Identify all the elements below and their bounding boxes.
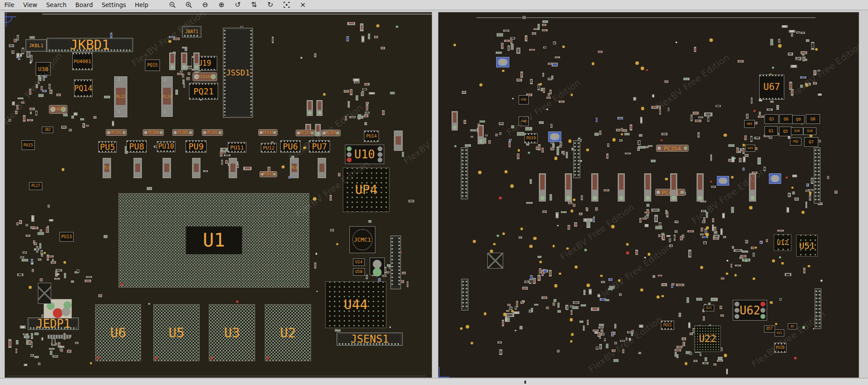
tant[interactable] (749, 173, 756, 202)
rotate-cw-icon[interactable]: ↻ (267, 1, 274, 9)
component-pc368[interactable]: PC368 (143, 129, 164, 136)
conn[interactable] (815, 288, 821, 329)
component-u51[interactable]: U51 (796, 235, 818, 257)
padv[interactable] (394, 131, 403, 151)
tant[interactable] (193, 52, 200, 70)
component-dc3[interactable]: DC3 (496, 57, 509, 67)
component-pu15[interactable]: PU15 (22, 140, 35, 150)
component-q1[interactable]: Q1 (764, 126, 778, 136)
component-pu19[interactable]: PU19 (524, 133, 538, 143)
component-pu8[interactable]: PU8 (126, 140, 147, 153)
component-dc2[interactable]: DC2 (717, 176, 729, 186)
component-pu21[interactable]: PU21 (661, 321, 674, 330)
component-q2[interactable]: Q2 (788, 323, 797, 329)
flip-vertical-icon[interactable]: ⇅ (250, 1, 258, 9)
component-pl8[interactable]: PL8 (290, 158, 299, 178)
component-u67[interactable]: U67 (759, 75, 784, 100)
menu-help[interactable]: Help (130, 0, 153, 10)
component-pl9[interactable]: PL9 (103, 158, 111, 178)
close-icon[interactable]: × (299, 1, 307, 9)
tant[interactable] (697, 173, 704, 202)
component-q7[interactable]: Q7 (804, 137, 818, 147)
zoom-out-icon[interactable] (169, 1, 176, 9)
component-dc1[interactable]: DC1 (769, 173, 781, 184)
tant[interactable] (315, 124, 321, 136)
rotate-ccw-icon[interactable]: ↺ (234, 1, 241, 9)
component-jsens1[interactable]: JSENS1 (337, 333, 403, 346)
component-pu11[interactable]: PU11 (228, 142, 246, 153)
menu-view[interactable]: View (19, 0, 42, 10)
conn[interactable] (814, 147, 820, 204)
component-pu12[interactable]: PU12 (261, 143, 277, 153)
xbox[interactable] (38, 283, 51, 304)
component-u58[interactable]: U58 (353, 268, 365, 276)
component-pc434[interactable]: PC434 (258, 129, 278, 136)
component-u2[interactable]: U2 (265, 304, 311, 361)
component-u10[interactable]: U10 (345, 145, 384, 164)
component-pc354[interactable]: PC354 (656, 145, 689, 152)
tant[interactable] (670, 173, 677, 202)
conn[interactable] (390, 235, 401, 289)
menu-search[interactable]: Search (42, 0, 71, 10)
conn[interactable] (461, 279, 468, 310)
tant[interactable] (452, 111, 458, 131)
component-pc385[interactable]: PC385 (172, 129, 193, 136)
tant[interactable] (181, 52, 187, 70)
component-u21[interactable]: U21 (775, 329, 784, 336)
component-u44[interactable]: U44 (325, 281, 386, 328)
component-jbat1[interactable]: JBAT1 (182, 26, 201, 37)
padv[interactable] (134, 158, 142, 178)
component-q11[interactable]: Q11 (704, 305, 714, 311)
tant[interactable] (478, 125, 484, 144)
minus-circle-icon[interactable]: ⊖ (201, 1, 209, 9)
component-q9[interactable]: Q9 (792, 115, 805, 124)
conn[interactable] (573, 140, 580, 178)
component-u12[interactable]: U12 (774, 234, 791, 251)
board-view-bottom[interactable]: U67Q3Q6Q9Q8Q1Q5Q16Q10PQ2Q7U63U41PC354PC4… (438, 12, 859, 378)
component-pu20[interactable]: PU20 (774, 343, 786, 353)
component-pq14[interactable]: PQ14 (74, 79, 93, 97)
component-u6[interactable]: U6 (95, 304, 141, 361)
component-pq2[interactable]: PQ2 (790, 138, 801, 146)
center-focus-icon[interactable] (283, 1, 290, 9)
tant[interactable] (539, 173, 546, 202)
padv[interactable] (229, 158, 237, 178)
component-u5[interactable]: U5 (153, 304, 200, 361)
component-jedp1[interactable]: JEDP1 (28, 318, 79, 330)
component-q5[interactable]: Q5 (779, 127, 792, 136)
tant[interactable] (644, 173, 651, 202)
component-u1[interactable]: U1 (119, 193, 309, 288)
component-pc4343[interactable]: PC4343 (193, 72, 217, 81)
component-dc4[interactable]: DC4 (548, 131, 561, 142)
tant[interactable] (169, 52, 175, 70)
component-pl17[interactable]: PL17 (29, 182, 42, 190)
tant[interactable] (316, 100, 323, 116)
component-u62[interactable]: U62 (733, 300, 767, 321)
tant[interactable] (307, 100, 313, 116)
component-pc615[interactable]: PC615 (260, 171, 277, 177)
component-u3[interactable]: U3 (209, 304, 255, 361)
component-q8[interactable]: Q8 (806, 114, 820, 124)
component-u22[interactable]: U22 (694, 325, 721, 352)
component-q10[interactable]: Q10 (803, 127, 816, 135)
tant[interactable] (618, 173, 625, 202)
component-jkbd1[interactable]: JKBD1 (47, 38, 133, 52)
component-pl22[interactable]: PL22 (114, 76, 127, 117)
component-pc341[interactable]: PC341 (106, 129, 127, 136)
component-pc369[interactable]: PC369 (321, 130, 341, 136)
component-u41[interactable]: U41 (746, 145, 755, 152)
component-u40[interactable]: U40 (519, 116, 529, 126)
component-jb2[interactable]: JB2 (42, 127, 53, 133)
component-pc391[interactable]: PC391 (202, 129, 223, 136)
component-pu6[interactable]: PU6 (280, 140, 300, 153)
component-pu9[interactable]: PU9 (185, 140, 207, 153)
board-view-top[interactable]: JKBL1JKBD1JBAT1JSSD1JSENS1JEDP1PU4001U38… (4, 12, 432, 378)
padv[interactable] (318, 158, 326, 178)
component-u13[interactable] (370, 258, 385, 275)
component-pq21[interactable]: PQ21 (189, 83, 218, 100)
component-q3[interactable]: Q3 (764, 114, 779, 124)
component-pu5[interactable]: PU5 (98, 141, 117, 153)
component-pc347[interactable]: PC347 (296, 130, 315, 136)
tant[interactable] (565, 173, 572, 202)
xbox[interactable] (487, 253, 503, 269)
